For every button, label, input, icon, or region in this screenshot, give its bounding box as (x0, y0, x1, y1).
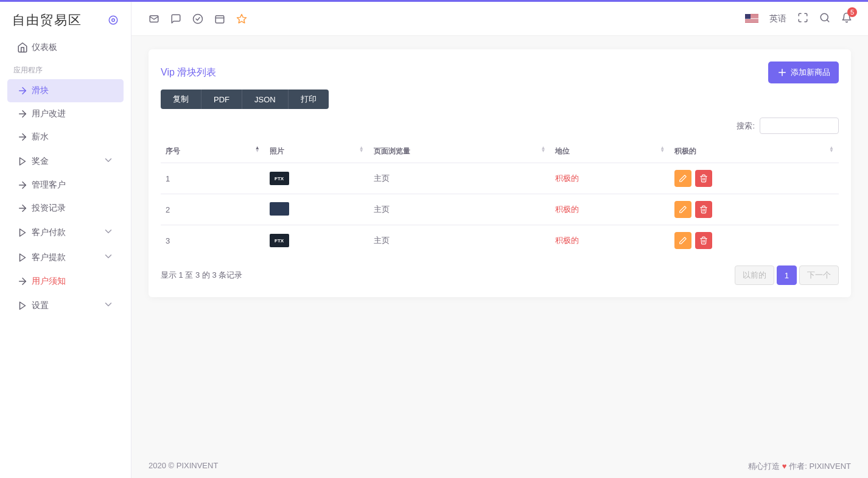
export-json-button[interactable]: JSON (242, 90, 289, 109)
brand-title: 自由贸易区 (12, 12, 82, 29)
play-icon (17, 227, 32, 238)
nav-manage-customers[interactable]: 管理客户 (7, 174, 124, 197)
brand: 自由贸易区 (0, 2, 131, 35)
add-new-button[interactable]: 添加新商品 (768, 62, 839, 83)
main: 英语 5 Vip 滑块列表 添加新商品 复制 (131, 2, 868, 478)
svg-point-13 (194, 14, 203, 23)
delete-button[interactable] (695, 170, 712, 187)
nav-customer-payments[interactable]: 客户付款 (7, 220, 124, 245)
page-next-button[interactable]: 下一个 (799, 265, 839, 285)
edit-button[interactable] (674, 201, 691, 218)
nav-label: 滑块 (32, 85, 114, 96)
language-label[interactable]: 英语 (769, 13, 786, 24)
svg-rect-14 (215, 15, 224, 23)
notification-badge: 5 (847, 7, 857, 17)
check-circle-icon[interactable] (192, 13, 203, 24)
mail-icon[interactable] (149, 13, 159, 24)
nav-label: 用户改进 (32, 108, 114, 119)
th-seq[interactable]: 序号▲▼ (161, 140, 265, 163)
cell-actions (670, 225, 839, 256)
nav-slider[interactable]: 滑块 (7, 79, 124, 102)
nav-salary[interactable]: 薪水 (7, 125, 124, 149)
footer-copyright: 2020 © PIXINVENT (149, 461, 218, 472)
nav-customer-withdraw[interactable]: 客户提款 (7, 245, 124, 270)
thumbnail: FTX (270, 172, 289, 185)
nav-section-apps: 应用程序 (0, 59, 131, 79)
svg-marker-5 (20, 158, 26, 165)
cell-status: 积极的 (550, 194, 670, 225)
nav-dashboard[interactable]: 仪表板 (7, 36, 124, 59)
delete-button[interactable] (695, 232, 712, 249)
chevron-down-icon (103, 155, 114, 167)
cell-seq: 1 (161, 163, 265, 194)
arrow-right-icon (17, 203, 32, 214)
export-pdf-button[interactable]: PDF (201, 90, 242, 109)
th-active[interactable]: 积极的▲▼ (670, 140, 839, 163)
footer: 2020 © PIXINVENT 精心打造 ♥ 作者: PIXINVENT (131, 455, 868, 478)
nav-label: 奖金 (32, 156, 103, 167)
svg-point-1 (112, 19, 115, 22)
svg-marker-11 (20, 302, 26, 309)
nav-label: 设置 (32, 300, 103, 311)
calendar-icon[interactable] (214, 13, 225, 24)
arrow-right-icon (17, 276, 32, 287)
cell-pageview: 主页 (369, 194, 551, 225)
flag-us-icon (745, 14, 758, 23)
cell-pageview: 主页 (369, 225, 551, 256)
thumbnail (270, 202, 289, 216)
svg-marker-9 (20, 254, 26, 261)
slider-table: 序号▲▼ 照片▲▼ 页面浏览量▲▼ 地位▲▼ 积极的▲▼ 1 FTX 主页 积极… (161, 140, 839, 256)
topbar: 英语 5 (131, 2, 868, 36)
cell-actions (670, 194, 839, 225)
edit-button[interactable] (674, 232, 691, 249)
export-bar: 复制 PDF JSON 打印 (161, 90, 839, 109)
search-label: 搜索: (737, 121, 755, 132)
svg-marker-8 (20, 229, 26, 236)
nav-label: 客户付款 (32, 227, 103, 238)
table-info: 显示 1 至 3 的 3 条记录 (161, 270, 242, 281)
table-row: 1 FTX 主页 积极的 (161, 163, 839, 194)
nav-user-notice[interactable]: 用户须知 (7, 270, 124, 293)
export-print-button[interactable]: 打印 (289, 90, 329, 109)
cell-actions (670, 163, 839, 194)
slider-list-card: Vip 滑块列表 添加新商品 复制 PDF JSON 打印 搜索: (149, 49, 851, 297)
cell-pageview: 主页 (369, 163, 551, 194)
th-pageviews[interactable]: 页面浏览量▲▼ (369, 140, 551, 163)
table-row: 3 FTX 主页 积极的 (161, 225, 839, 256)
nav-user-improve[interactable]: 用户改进 (7, 102, 124, 125)
svg-line-18 (827, 19, 828, 21)
cell-photo: FTX (265, 163, 369, 194)
arrow-right-icon (17, 85, 32, 96)
play-icon (17, 252, 32, 263)
page-prev-button[interactable]: 以前的 (735, 265, 774, 285)
nav-settings[interactable]: 设置 (7, 293, 124, 318)
table-row: 2 主页 积极的 (161, 194, 839, 225)
sidebar-toggle-icon[interactable] (108, 15, 119, 26)
th-status[interactable]: 地位▲▼ (550, 140, 670, 163)
chat-icon[interactable] (170, 13, 181, 24)
arrow-right-icon (17, 132, 32, 142)
search-input[interactable] (760, 118, 839, 134)
nav-label: 用户须知 (32, 276, 114, 287)
pagination: 以前的 1 下一个 (735, 265, 839, 285)
search-icon[interactable] (819, 12, 830, 25)
th-photo[interactable]: 照片▲▼ (265, 140, 369, 163)
nav-invest-records[interactable]: 投资记录 (7, 197, 124, 220)
arrow-right-icon (17, 108, 32, 119)
home-icon (17, 42, 32, 53)
nav-bonus[interactable]: 奖金 (7, 149, 124, 174)
edit-button[interactable] (674, 170, 691, 187)
svg-marker-16 (237, 14, 247, 23)
delete-button[interactable] (695, 201, 712, 218)
maximize-icon[interactable] (797, 12, 808, 25)
nav-label: 薪水 (32, 132, 114, 142)
page-1-button[interactable]: 1 (777, 265, 797, 285)
star-icon[interactable] (236, 13, 247, 24)
chevron-down-icon (103, 299, 114, 312)
export-copy-button[interactable]: 复制 (161, 90, 201, 109)
chevron-down-icon (103, 251, 114, 264)
nav-label: 客户提款 (32, 252, 103, 263)
cell-seq: 3 (161, 225, 265, 256)
notifications-button[interactable]: 5 (841, 12, 852, 25)
chevron-down-icon (103, 226, 114, 239)
